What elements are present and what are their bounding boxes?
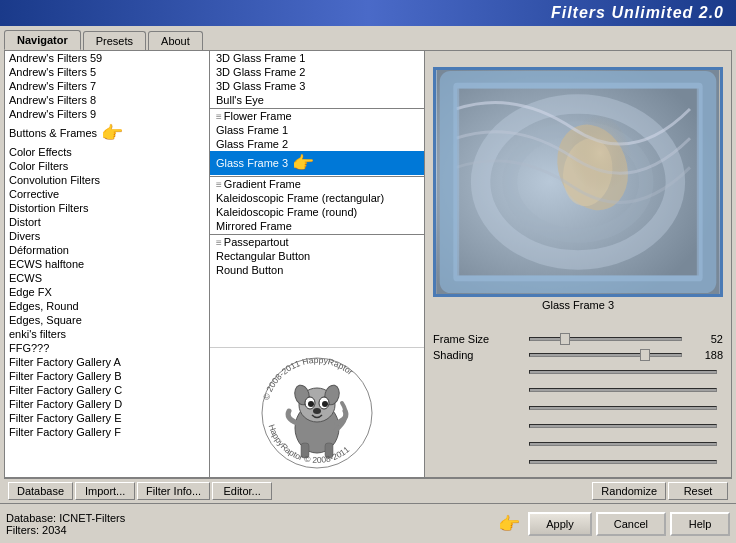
list-item[interactable]: Color Effects: [5, 145, 209, 159]
slider-row-empty-8: [433, 455, 723, 469]
slider-track-empty-8[interactable]: [529, 460, 717, 464]
status-bar: Database: ICNET-Filters Filters: 2034 👉 …: [0, 503, 736, 543]
list-item[interactable]: Andrew's Filters 5: [5, 65, 209, 79]
slider-row-shading: Shading 188: [433, 349, 723, 361]
filter-info-button[interactable]: Filter Info...: [137, 482, 210, 500]
filter-item[interactable]: ≡Passepartout: [210, 234, 424, 249]
filter-item[interactable]: 3D Glass Frame 2: [210, 65, 424, 79]
list-item[interactable]: Filter Factory Gallery A: [5, 355, 209, 369]
list-item[interactable]: Distortion Filters: [5, 201, 209, 215]
list-item[interactable]: Distort: [5, 215, 209, 229]
list-item[interactable]: Andrew's Filters 7: [5, 79, 209, 93]
reset-button[interactable]: Reset: [668, 482, 728, 500]
slider-value-frame-size: 52: [688, 333, 723, 345]
filter-item[interactable]: ≡Gradient Frame: [210, 176, 424, 191]
help-button[interactable]: Help: [670, 512, 730, 536]
slider-track-empty-5[interactable]: [529, 406, 717, 410]
filter-item[interactable]: 3D Glass Frame 3: [210, 79, 424, 93]
list-item[interactable]: ECWS: [5, 271, 209, 285]
list-item-buttons-frames[interactable]: Buttons & Frames 👉: [5, 121, 209, 145]
logo-area: © 2008-2011 HappyRaptor HappyRaptor © 20…: [210, 347, 424, 477]
status-text: Database: ICNET-Filters Filters: 2034: [6, 512, 498, 536]
right-panel: Glass Frame 3 Frame Size 52 Shading: [425, 51, 731, 477]
tab-presets[interactable]: Presets: [83, 31, 146, 50]
divider-icon: ≡: [216, 237, 222, 248]
filter-item-glass-frame-3[interactable]: Glass Frame 3 👉: [210, 151, 424, 175]
slider-row-empty-4: [433, 383, 723, 397]
title-bar: Filters Unlimited 2.0: [0, 0, 736, 26]
list-item[interactable]: Filter Factory Gallery D: [5, 397, 209, 411]
list-item[interactable]: Andrew's Filters 59: [5, 51, 209, 65]
tab-about[interactable]: About: [148, 31, 203, 50]
database-button[interactable]: Database: [8, 482, 73, 500]
filter-item[interactable]: Rectangular Button: [210, 249, 424, 263]
tab-row: Navigator Presets About: [0, 26, 736, 50]
content-area: Andrew's Filters 59 Andrew's Filters 5 A…: [4, 50, 732, 478]
list-item[interactable]: Edge FX: [5, 285, 209, 299]
list-item[interactable]: Edges, Square: [5, 313, 209, 327]
import-button[interactable]: Import...: [75, 482, 135, 500]
filter-item[interactable]: Glass Frame 1: [210, 123, 424, 137]
list-item[interactable]: enki's filters: [5, 327, 209, 341]
list-item[interactable]: ECWS halftone: [5, 257, 209, 271]
filter-item[interactable]: Mirrored Frame: [210, 219, 424, 233]
cancel-button[interactable]: Cancel: [596, 512, 666, 536]
editor-button[interactable]: Editor...: [212, 482, 272, 500]
list-item[interactable]: Edges, Round: [5, 299, 209, 313]
preview-image: [433, 67, 723, 297]
slider-track-empty-4[interactable]: [529, 388, 717, 392]
list-item[interactable]: Andrew's Filters 8: [5, 93, 209, 107]
svg-point-7: [308, 401, 314, 407]
pointer-arrow-icon: 👉: [101, 122, 123, 144]
slider-thumb-shading[interactable]: [640, 349, 650, 361]
slider-track-frame-size[interactable]: [529, 337, 682, 341]
main-container: Navigator Presets About Andrew's Filters…: [0, 26, 736, 543]
slider-row-empty-7: [433, 437, 723, 451]
list-item[interactable]: Filter Factory Gallery B: [5, 369, 209, 383]
list-item[interactable]: Convolution Filters: [5, 173, 209, 187]
middle-panel: 3D Glass Frame 1 3D Glass Frame 2 3D Gla…: [210, 51, 425, 477]
randomize-button[interactable]: Randomize: [592, 482, 666, 500]
svg-point-21: [554, 114, 632, 211]
slider-label-shading: Shading: [433, 349, 523, 361]
slider-label-frame-size: Frame Size: [433, 333, 523, 345]
filter-item[interactable]: Bull's Eye: [210, 93, 424, 107]
apply-pointer-icon: 👉: [498, 513, 520, 535]
slider-track-shading[interactable]: [529, 353, 682, 357]
list-item[interactable]: Corrective: [5, 187, 209, 201]
filter-item[interactable]: Kaleidoscopic Frame (round): [210, 205, 424, 219]
slider-track-empty-6[interactable]: [529, 424, 717, 428]
filter-item[interactable]: Round Button: [210, 263, 424, 277]
list-item[interactable]: Color Filters: [5, 159, 209, 173]
preview-label: Glass Frame 3: [540, 297, 616, 313]
database-status: Database: ICNET-Filters: [6, 512, 498, 524]
list-item[interactable]: Andrew's Filters 9: [5, 107, 209, 121]
slider-track-empty-3[interactable]: [529, 370, 717, 374]
slider-track-empty-7[interactable]: [529, 442, 717, 446]
filter-item[interactable]: ≡Flower Frame: [210, 108, 424, 123]
pointer-arrow-icon: 👉: [292, 152, 314, 174]
list-item[interactable]: Filter Factory Gallery F: [5, 425, 209, 439]
category-list[interactable]: Andrew's Filters 59 Andrew's Filters 5 A…: [5, 51, 209, 477]
filter-item[interactable]: 3D Glass Frame 1: [210, 51, 424, 65]
list-item[interactable]: FFG???: [5, 341, 209, 355]
filter-item[interactable]: Glass Frame 2: [210, 137, 424, 151]
left-panel: Andrew's Filters 59 Andrew's Filters 5 A…: [5, 51, 210, 477]
list-item[interactable]: Filter Factory Gallery C: [5, 383, 209, 397]
svg-point-9: [313, 408, 321, 414]
slider-row-empty-6: [433, 419, 723, 433]
divider-icon: ≡: [216, 111, 222, 122]
sliders-area: Frame Size 52 Shading 188: [425, 329, 731, 477]
filter-list[interactable]: 3D Glass Frame 1 3D Glass Frame 2 3D Gla…: [210, 51, 424, 347]
divider-icon: ≡: [216, 179, 222, 190]
apply-button[interactable]: Apply: [528, 512, 592, 536]
tab-navigator[interactable]: Navigator: [4, 30, 81, 50]
list-item[interactable]: Divers: [5, 229, 209, 243]
filter-item[interactable]: Kaleidoscopic Frame (rectangular): [210, 191, 424, 205]
slider-row-empty-3: [433, 365, 723, 379]
list-item[interactable]: Filter Factory Gallery E: [5, 411, 209, 425]
preview-area: Glass Frame 3: [425, 51, 731, 329]
slider-row-frame-size: Frame Size 52: [433, 333, 723, 345]
slider-thumb-frame-size[interactable]: [560, 333, 570, 345]
list-item[interactable]: Déformation: [5, 243, 209, 257]
